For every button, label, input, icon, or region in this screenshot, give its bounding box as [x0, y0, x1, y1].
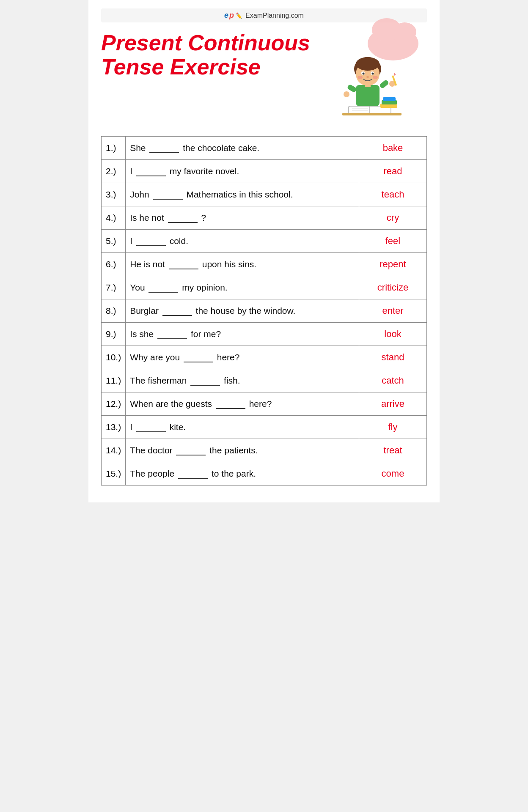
table-row: 2.)I my favorite novel.read — [102, 160, 427, 183]
table-row: 4.)Is he not ?cry — [102, 206, 427, 230]
exercise-sentence: I my favorite novel. — [126, 160, 359, 183]
answer-blank — [136, 431, 166, 432]
illustration — [325, 31, 427, 126]
table-row: 7.)You my opinion.criticize — [102, 276, 427, 299]
answer-blank — [136, 176, 166, 176]
exercise-sentence: He is not upon his sins. — [126, 253, 359, 276]
exercise-sentence: Why are you here? — [126, 346, 359, 369]
exercise-sentence: The fisherman fish. — [126, 369, 359, 392]
exercise-answer: repent — [359, 253, 427, 276]
exercise-number: 3.) — [102, 183, 126, 206]
svg-point-14 — [344, 91, 349, 97]
table-row: 12.)When are the guests here?arrive — [102, 392, 427, 416]
exercise-answer: cry — [359, 206, 427, 230]
logo: ep ✏️ — [224, 11, 242, 20]
table-row: 15.)The people to the park.come — [102, 462, 427, 486]
title-line1: Present Continuous — [101, 30, 310, 55]
svg-point-5 — [363, 73, 365, 75]
svg-rect-11 — [365, 82, 371, 87]
table-row: 14.)The doctor the patients.treat — [102, 439, 427, 462]
exercise-number: 9.) — [102, 323, 126, 346]
exercise-number: 15.) — [102, 462, 126, 486]
answer-blank — [148, 292, 178, 293]
answer-blank — [157, 338, 187, 339]
table-row: 6.)He is not upon his sins.repent — [102, 253, 427, 276]
exercise-answer: treat — [359, 439, 427, 462]
exercise-answer: stand — [359, 346, 427, 369]
exercise-number: 11.) — [102, 369, 126, 392]
table-row: 9.)Is she for me?look — [102, 323, 427, 346]
exercise-answer: catch — [359, 369, 427, 392]
answer-blank — [184, 362, 213, 362]
answer-blank — [149, 152, 179, 153]
answer-blank — [216, 408, 245, 409]
exercise-sentence: The people to the park. — [126, 462, 359, 486]
exercise-sentence: I cold. — [126, 230, 359, 253]
exercise-number: 12.) — [102, 392, 126, 416]
svg-point-8 — [373, 76, 378, 79]
answer-blank — [162, 315, 192, 316]
answer-blank — [190, 385, 220, 386]
title-line2: Tense Exercise — [101, 55, 261, 79]
kid-figure — [325, 56, 423, 126]
svg-rect-24 — [383, 97, 396, 101]
exercise-number: 6.) — [102, 253, 126, 276]
exercise-sentence: When are the guests here? — [126, 392, 359, 416]
exercise-number: 10.) — [102, 346, 126, 369]
exercise-number: 14.) — [102, 439, 126, 462]
svg-point-6 — [372, 73, 374, 75]
exercise-number: 1.) — [102, 137, 126, 160]
exercise-sentence: Is he not ? — [126, 206, 359, 230]
svg-point-2 — [356, 57, 380, 71]
exercise-answer: enter — [359, 299, 427, 323]
table-row: 5.)I cold.feel — [102, 230, 427, 253]
exercise-answer: criticize — [359, 276, 427, 299]
exercise-answer: arrive — [359, 392, 427, 416]
exercise-answer: come — [359, 462, 427, 486]
exercise-number: 13.) — [102, 416, 126, 439]
exercise-sentence: You my opinion. — [126, 276, 359, 299]
exercise-sentence: She the chocolate cake. — [126, 137, 359, 160]
exercise-number: 5.) — [102, 230, 126, 253]
page: ep ✏️ ExamPlanning.com Present Continuou… — [88, 0, 440, 502]
exercise-number: 4.) — [102, 206, 126, 230]
exercise-sentence: The doctor the patients. — [126, 439, 359, 462]
svg-rect-10 — [356, 85, 380, 106]
svg-point-7 — [358, 76, 363, 79]
answer-blank — [136, 245, 166, 246]
svg-point-9 — [366, 76, 369, 78]
exercise-answer: bake — [359, 137, 427, 160]
table-row: 8.)Burglar the house by the window.enter — [102, 299, 427, 323]
table-row: 10.)Why are you here?stand — [102, 346, 427, 369]
logo-p: p — [229, 11, 234, 20]
exercise-answer: feel — [359, 230, 427, 253]
answer-blank — [169, 269, 198, 269]
kid-svg — [325, 56, 410, 124]
site-name: ExamPlanning.com — [245, 12, 304, 19]
exercise-number: 2.) — [102, 160, 126, 183]
answer-blank — [153, 199, 183, 200]
svg-rect-12 — [346, 84, 357, 93]
svg-marker-17 — [393, 72, 396, 76]
answer-blank — [176, 455, 206, 455]
title-section: Present Continuous Tense Exercise — [101, 31, 427, 126]
svg-rect-13 — [379, 79, 390, 89]
speech-bubble — [368, 27, 418, 60]
page-title: Present Continuous Tense Exercise — [101, 31, 310, 79]
table-row: 1.)She the chocolate cake.bake — [102, 137, 427, 160]
exercise-table: 1.)She the chocolate cake.bake2.)I my fa… — [101, 136, 427, 486]
table-row: 13.)I kite.fly — [102, 416, 427, 439]
exercise-answer: teach — [359, 183, 427, 206]
table-row: 11.)The fisherman fish.catch — [102, 369, 427, 392]
exercise-answer: fly — [359, 416, 427, 439]
exercise-sentence: Is she for me? — [126, 323, 359, 346]
answer-blank — [168, 222, 198, 223]
exercise-sentence: Burglar the house by the window. — [126, 299, 359, 323]
exercise-sentence: John Mathematics in this school. — [126, 183, 359, 206]
table-row: 3.)John Mathematics in this school.teach — [102, 183, 427, 206]
logo-e: e — [224, 11, 228, 20]
exercise-sentence: I kite. — [126, 416, 359, 439]
exercise-number: 8.) — [102, 299, 126, 323]
answer-blank — [178, 478, 208, 479]
exercise-number: 7.) — [102, 276, 126, 299]
